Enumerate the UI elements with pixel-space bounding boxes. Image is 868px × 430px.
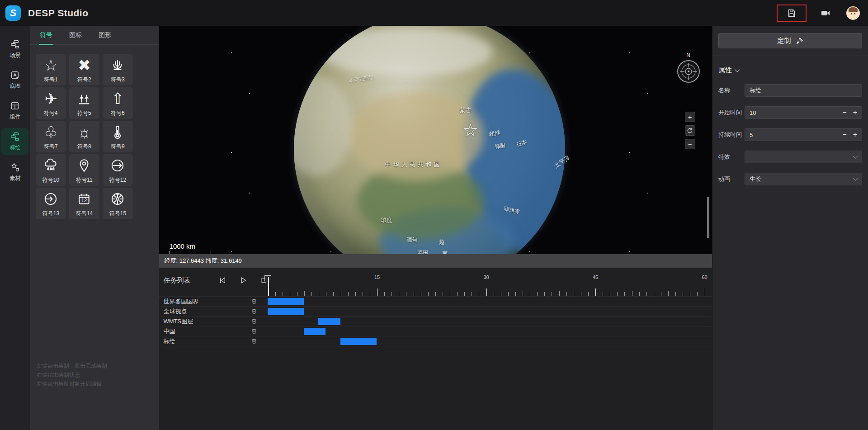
skip-to-start-button[interactable]	[218, 276, 227, 285]
play-icon	[239, 276, 247, 284]
compass-wheel-icon	[110, 188, 125, 210]
symbol-card-5[interactable]: 符号5	[69, 87, 99, 119]
delete-track-button[interactable]	[250, 307, 259, 316]
tools-icon	[796, 37, 803, 45]
save-button[interactable]	[783, 5, 801, 21]
tab-shapes[interactable]: 图形	[99, 26, 111, 45]
sidebar-item-basemap[interactable]: 底图	[1, 66, 28, 94]
duration-input[interactable]	[750, 132, 842, 138]
delete-track-button[interactable]	[250, 337, 259, 345]
symbol-card-11[interactable]: 符号11	[69, 154, 99, 186]
effect-select[interactable]	[745, 151, 862, 163]
user-avatar[interactable]	[846, 6, 860, 20]
properties-section-toggle[interactable]: 属性	[718, 66, 862, 75]
viewport-scrollbar[interactable]	[707, 197, 709, 238]
play-button[interactable]	[239, 276, 248, 285]
start-time-decrement-button[interactable]: −	[842, 109, 846, 116]
track-lane	[268, 317, 712, 326]
track-row: 标绘	[159, 336, 712, 346]
zoom-in-button[interactable]: +	[685, 112, 695, 122]
zoom-out-button[interactable]: −	[685, 139, 695, 149]
symbol-card-15[interactable]: 符号15	[103, 188, 133, 219]
compass-rose-icon	[676, 59, 701, 84]
globe-viewport[interactable]: 哈萨克斯坦蒙古中华人民共和国朝鲜韩国日本印度缅甸泰国越南菲律宾太平洋 ☆ N +	[159, 26, 712, 254]
save-button-highlight	[777, 5, 807, 22]
timeline-bar[interactable]	[340, 338, 377, 345]
sidebar-item-plot[interactable]: 标绘	[1, 128, 28, 155]
symbol-card-8[interactable]: ☼ 符号8	[69, 121, 99, 152]
track-row: 中国	[159, 326, 712, 336]
symbol-card-2[interactable]: ✖ 符号2	[69, 54, 99, 85]
track-name: 全球视点	[159, 307, 250, 316]
plane-icon: ✈	[44, 87, 57, 109]
delete-track-button[interactable]	[250, 317, 259, 326]
map-scale-bar: 1000 km	[170, 242, 211, 254]
sidebar-item-label: 标绘	[9, 144, 20, 151]
scene-nodes-icon	[10, 39, 20, 49]
symbol-card-3[interactable]: 符号3	[103, 54, 133, 85]
animation-select[interactable]: 生长	[745, 173, 862, 185]
timeline-bar[interactable]	[268, 298, 304, 305]
compass-control[interactable]: N	[676, 52, 701, 85]
symbol-panel-tabs: 符号 图标 图形	[30, 26, 159, 45]
timeline-bar[interactable]	[318, 318, 340, 325]
location-pin-icon	[76, 154, 92, 176]
arrow-circle-in-icon	[43, 188, 58, 210]
record-video-button[interactable]	[816, 5, 835, 21]
symbol-card-6[interactable]: ⇧ 符号6	[103, 87, 133, 119]
task-list-title: 任务列表	[164, 276, 191, 285]
field-duration: 持续时间 − +	[718, 128, 862, 141]
symbol-card-13[interactable]: 符号13	[36, 188, 66, 219]
start-time-increment-button[interactable]: +	[853, 109, 857, 116]
sidebar-item-label: 底图	[9, 82, 20, 90]
duration-increment-button[interactable]: +	[853, 131, 857, 138]
timeline-panel: 任务列表 15304560	[159, 268, 712, 430]
symbol-card-14[interactable]: 12 符号14	[69, 188, 99, 219]
symbol-card-4[interactable]: ✈ 符号4	[36, 87, 66, 119]
sidebar-item-assets[interactable]: 素材	[1, 159, 28, 186]
plotted-star-marker[interactable]: ☆	[463, 122, 478, 139]
symbol-card-1[interactable]: ☆ 符号1	[36, 54, 66, 85]
delete-track-button[interactable]	[250, 327, 259, 335]
tab-icons[interactable]: 图标	[69, 26, 82, 45]
sun-icon: ☼	[77, 121, 91, 143]
hint-line: 右键结束绘制状态	[37, 370, 107, 379]
field-start-time: 开始时间 − +	[718, 106, 862, 119]
delete-track-button[interactable]	[250, 298, 259, 306]
sidebar-item-components[interactable]: 组件	[1, 97, 28, 124]
sidebar-item-scene[interactable]: 场景	[1, 36, 28, 63]
save-icon	[787, 8, 797, 18]
ruler-label: 60	[702, 274, 707, 280]
compass-north-label: N	[676, 52, 701, 58]
field-name: 名称	[718, 84, 862, 97]
start-time-input[interactable]	[750, 109, 842, 116]
duration-decrement-button[interactable]: −	[842, 131, 846, 138]
track-row: WMTS图层	[159, 317, 712, 326]
tab-symbols[interactable]: 符号	[40, 26, 52, 45]
symbol-card-9[interactable]: 符号9	[103, 121, 133, 152]
track-name: 标绘	[159, 337, 250, 345]
symbol-card-7[interactable]: ♧ 符号7	[36, 121, 66, 152]
refresh-icon	[687, 128, 693, 134]
field-animation: 动画 生长	[718, 173, 862, 185]
reset-view-button[interactable]	[685, 125, 695, 136]
stage: 哈萨克斯坦蒙古中华人民共和国朝鲜韩国日本印度缅甸泰国越南菲律宾太平洋 ☆ N +	[159, 26, 712, 430]
timeline-bar[interactable]	[304, 328, 326, 335]
scale-label: 1000 km	[170, 242, 211, 250]
map-place-label: 泰国	[418, 249, 429, 254]
timeline-bar[interactable]	[268, 308, 304, 315]
track-row: 世界各国国界	[159, 297, 712, 307]
track-lane	[268, 297, 712, 306]
ruler-label: 15	[374, 274, 380, 280]
sidebar-item-label: 组件	[9, 113, 20, 121]
name-input[interactable]	[750, 87, 857, 94]
app-window: S DESP Studio	[0, 0, 868, 430]
double-up-arrow-icon	[76, 87, 92, 109]
app-title: DESP Studio	[28, 8, 88, 19]
symbol-card-10[interactable]: 符号10	[36, 154, 66, 186]
chevron-down-icon	[853, 153, 858, 158]
symbol-card-12[interactable]: 符号12	[103, 154, 133, 186]
track-name: 中国	[159, 327, 250, 335]
svg-text:12: 12	[81, 198, 87, 203]
customize-button[interactable]: 定制	[718, 33, 862, 48]
